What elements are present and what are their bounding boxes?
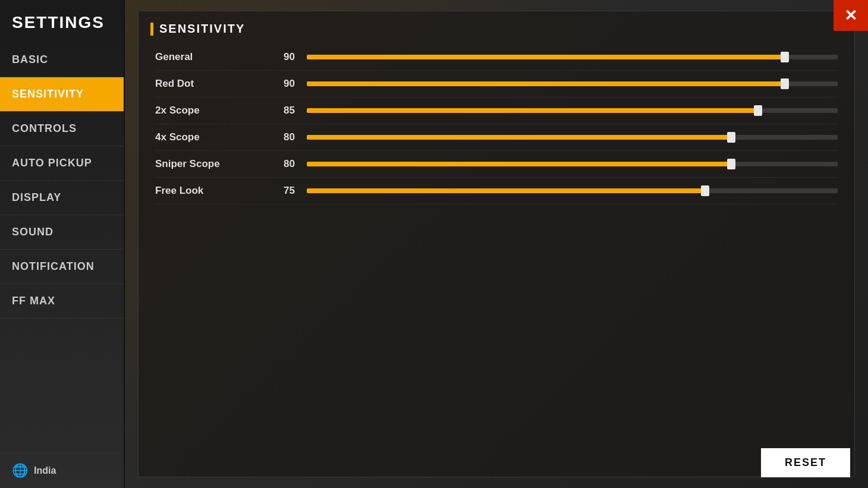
sidebar: SETTINGS BASICSENSITIVITYCONTROLSAUTO PI… — [0, 0, 125, 488]
sidebar-item-ff-max[interactable]: FF MAX — [0, 284, 124, 319]
slider-value-2x-scope: 85 — [274, 105, 307, 117]
region-label: India — [34, 465, 56, 476]
sidebar-item-sound[interactable]: SOUND — [0, 215, 124, 250]
slider-thumb[interactable] — [727, 159, 735, 169]
slider-track-fill — [307, 81, 785, 86]
slider-track-free-look[interactable] — [307, 185, 838, 197]
slider-label-free-look: Free Look — [155, 185, 274, 197]
slider-value-free-look: 75 — [274, 185, 307, 197]
slider-track-fill — [307, 162, 731, 166]
slider-value-general: 90 — [274, 51, 307, 63]
slider-label-sniper-scope: Sniper Scope — [155, 158, 274, 170]
slider-track-sniper-scope[interactable] — [307, 158, 838, 170]
slider-row: Free Look75 — [155, 178, 838, 204]
reset-button-wrap: RESET — [761, 448, 850, 477]
main-panel: ✕ SENSITIVITY General90Red Dot902x Scope… — [125, 0, 868, 488]
slider-thumb[interactable] — [754, 105, 762, 116]
sidebar-item-notification[interactable]: NOTIFICATION — [0, 250, 124, 284]
slider-track-fill — [307, 108, 758, 113]
globe-icon: 🌐 — [12, 463, 28, 478]
slider-track-red-dot[interactable] — [307, 78, 838, 90]
slider-row: Sniper Scope80 — [155, 151, 838, 178]
sidebar-item-display[interactable]: DISPLAY — [0, 181, 124, 215]
close-button[interactable]: ✕ — [834, 0, 868, 31]
app-title: SETTINGS — [0, 0, 124, 43]
slider-thumb[interactable] — [781, 78, 789, 89]
slider-row: Red Dot90 — [155, 71, 838, 97]
slider-track-fill — [307, 135, 731, 140]
section-accent — [150, 23, 153, 36]
slider-value-4x-scope: 80 — [274, 131, 307, 143]
slider-row: 2x Scope85 — [155, 97, 838, 124]
sidebar-footer: 🌐 India — [0, 453, 124, 488]
slider-label-4x-scope: 4x Scope — [155, 131, 274, 143]
slider-value-sniper-scope: 80 — [274, 158, 307, 170]
slider-label-general: General — [155, 51, 274, 63]
sliders-list: General90Red Dot902x Scope854x Scope80Sn… — [139, 44, 854, 204]
section-header: SENSITIVITY — [139, 11, 854, 44]
reset-button[interactable]: RESET — [761, 448, 850, 477]
slider-track-fill — [307, 188, 705, 193]
sidebar-item-basic[interactable]: BASIC — [0, 43, 124, 77]
content-panel: SENSITIVITY General90Red Dot902x Scope85… — [138, 11, 855, 477]
slider-track-fill — [307, 55, 785, 59]
slider-track-general[interactable] — [307, 51, 838, 63]
slider-label-red-dot: Red Dot — [155, 78, 274, 90]
slider-thumb[interactable] — [781, 52, 789, 62]
slider-row: 4x Scope80 — [155, 124, 838, 151]
section-title: SENSITIVITY — [159, 22, 245, 36]
slider-row: General90 — [155, 44, 838, 71]
slider-thumb[interactable] — [701, 185, 709, 196]
sidebar-item-auto-pickup[interactable]: AUTO PICKUP — [0, 146, 124, 181]
slider-track-2x-scope[interactable] — [307, 105, 838, 117]
sidebar-nav: BASICSENSITIVITYCONTROLSAUTO PICKUPDISPL… — [0, 43, 124, 453]
sidebar-item-sensitivity[interactable]: SENSITIVITY — [0, 77, 124, 112]
slider-label-2x-scope: 2x Scope — [155, 105, 274, 117]
slider-thumb[interactable] — [727, 132, 735, 143]
slider-track-4x-scope[interactable] — [307, 131, 838, 143]
slider-value-red-dot: 90 — [274, 78, 307, 90]
sidebar-item-controls[interactable]: CONTROLS — [0, 112, 124, 146]
